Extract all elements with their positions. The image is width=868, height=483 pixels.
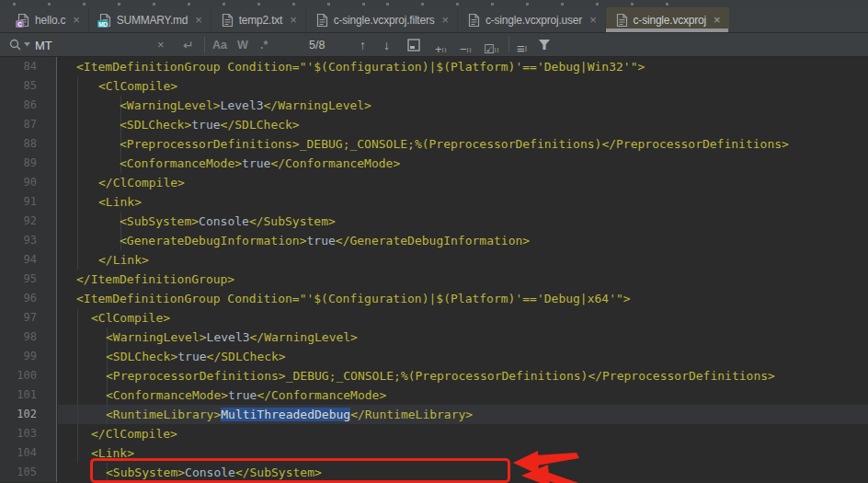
code-text: <PreprocessorDefinitions>_DEBUG;_CONSOLE… bbox=[57, 134, 789, 154]
code-text: <WarningLevel>Level3</WarningLevel> bbox=[57, 328, 358, 347]
code-line-94[interactable]: 94</Link> bbox=[0, 250, 868, 270]
code-line-91[interactable]: 91<Link> bbox=[0, 192, 868, 212]
code-text: <WarningLevel>Level3</WarningLevel> bbox=[57, 96, 371, 115]
tab-c-single.vcxproj[interactable]: c-single.vcxproj× bbox=[606, 7, 730, 32]
clipped-glyph bbox=[188, 3, 190, 6]
code-line-99[interactable]: 99<SDLCheck>true</SDLCheck> bbox=[0, 347, 868, 366]
clipped-title-strip bbox=[0, 0, 868, 7]
code-text: <RuntimeLibrary>MultiThreadedDebug</Runt… bbox=[57, 405, 473, 424]
code-editor[interactable]: 84<ItemDefinitionGroup Condition="'$(Con… bbox=[0, 57, 868, 482]
clipped-glyph bbox=[561, 3, 564, 6]
line-number: 105 bbox=[0, 463, 57, 482]
code-line-85[interactable]: 85<ClCompile> bbox=[0, 76, 868, 96]
close-tab-icon[interactable]: × bbox=[192, 14, 201, 26]
clipped-glyph bbox=[666, 3, 668, 6]
clipped-glyph bbox=[456, 3, 459, 6]
search-input[interactable] bbox=[33, 34, 156, 56]
next-match-icon[interactable]: ↓ bbox=[383, 33, 390, 56]
whole-words-toggle[interactable]: W bbox=[237, 33, 248, 56]
close-tab-icon[interactable]: × bbox=[287, 14, 296, 26]
code-text: <PreprocessorDefinitions>_DEBUG;_CONSOLE… bbox=[57, 366, 775, 385]
text-file-icon bbox=[220, 13, 234, 28]
code-line-96[interactable]: 96<ItemDefinitionGroup Condition="'$(Con… bbox=[0, 289, 868, 308]
line-number: 98 bbox=[0, 328, 57, 347]
code-text: <ItemDefinitionGroup Condition="'$(Confi… bbox=[57, 289, 631, 308]
code-line-98[interactable]: 98<WarningLevel>Level3</WarningLevel> bbox=[0, 328, 868, 347]
code-text: </Link> bbox=[57, 250, 149, 270]
filter-lines-icon[interactable]: ≡I bbox=[517, 33, 527, 56]
code-line-86[interactable]: 86<WarningLevel>Level3</WarningLevel> bbox=[0, 96, 868, 115]
clipped-glyph bbox=[13, 3, 16, 6]
line-number: 101 bbox=[0, 385, 57, 405]
line-number: 103 bbox=[0, 424, 57, 443]
clipped-glyph bbox=[257, 3, 260, 6]
clipped-glyph bbox=[596, 3, 599, 6]
code-line-103[interactable]: 103</ClCompile> bbox=[0, 424, 868, 443]
line-number: 84 bbox=[0, 57, 57, 76]
line-number: 91 bbox=[0, 192, 57, 212]
clipped-glyph bbox=[153, 3, 155, 6]
clipped-glyph bbox=[48, 3, 51, 6]
code-line-88[interactable]: 88<PreprocessorDefinitions>_DEBUG;_CONSO… bbox=[0, 134, 868, 154]
newline-icon[interactable]: ↵ bbox=[183, 33, 194, 56]
code-line-101[interactable]: 101<ConformanceMode>true</ConformanceMod… bbox=[0, 385, 868, 405]
code-line-89[interactable]: 89<ConformanceMode>true</ConformanceMode… bbox=[0, 154, 868, 173]
code-text: <SubSystem>Console</SubSystem> bbox=[57, 212, 336, 231]
code-text: </ClCompile> bbox=[57, 173, 185, 192]
line-number: 104 bbox=[0, 443, 57, 463]
code-text: <SDLCheck>true</SDLCheck> bbox=[57, 347, 286, 366]
match-case-toggle[interactable]: Aa bbox=[212, 33, 227, 56]
code-text: <Link> bbox=[57, 192, 142, 212]
selected-text: MultiThreadedDebug bbox=[221, 408, 350, 421]
line-number: 94 bbox=[0, 250, 57, 270]
tab-hello.c[interactable]: Chello.c× bbox=[7, 7, 89, 32]
close-tab-icon[interactable]: × bbox=[711, 14, 720, 26]
clipped-glyph bbox=[83, 3, 86, 6]
close-tab-icon[interactable]: × bbox=[70, 14, 79, 26]
clear-search-icon[interactable]: × bbox=[157, 33, 165, 56]
tab-c-single.vcxproj.filters[interactable]: c-single.vcxproj.filters× bbox=[306, 7, 458, 32]
code-line-93[interactable]: 93<GenerateDebugInformation>true</Genera… bbox=[0, 231, 868, 250]
clipped-glyph bbox=[526, 3, 529, 6]
close-tab-icon[interactable]: × bbox=[587, 14, 596, 26]
code-line-84[interactable]: 84<ItemDefinitionGroup Condition="'$(Con… bbox=[0, 57, 868, 76]
code-text: </ClCompile> bbox=[57, 424, 177, 443]
clipped-glyph bbox=[327, 3, 330, 6]
regex-toggle[interactable]: .* bbox=[260, 33, 268, 56]
unselect-occurrence-icon[interactable]: −II bbox=[460, 33, 472, 56]
clipped-glyph bbox=[118, 3, 120, 6]
code-line-95[interactable]: 95</ItemDefinitionGroup> bbox=[0, 270, 868, 289]
clipped-glyph bbox=[421, 3, 424, 6]
code-line-87[interactable]: 87<SDLCheck>true</SDLCheck> bbox=[0, 115, 868, 134]
clipped-glyph bbox=[491, 3, 494, 6]
line-number: 102 bbox=[0, 405, 57, 424]
code-line-102[interactable]: 102<RuntimeLibrary>MultiThreadedDebug</R… bbox=[0, 405, 868, 424]
line-number: 100 bbox=[0, 366, 57, 385]
search-icon[interactable] bbox=[8, 33, 30, 56]
code-line-100[interactable]: 100<PreprocessorDefinitions>_DEBUG;_CONS… bbox=[0, 366, 868, 385]
tab-SUMMARY.md[interactable]: MDSUMMARY.md× bbox=[89, 7, 211, 32]
search-in-selection-icon[interactable] bbox=[407, 33, 420, 56]
tab-label: c-single.vcxproj.user bbox=[485, 14, 582, 27]
search-filter-icon[interactable] bbox=[538, 33, 551, 56]
line-number: 93 bbox=[0, 231, 57, 250]
svg-text:C: C bbox=[17, 20, 22, 27]
clipped-glyph bbox=[631, 3, 634, 6]
tab-c-single.vcxproj.user[interactable]: c-single.vcxproj.user× bbox=[458, 7, 606, 32]
code-line-90[interactable]: 90</ClCompile> bbox=[0, 173, 868, 192]
tab-temp2.txt[interactable]: temp2.txt× bbox=[211, 7, 306, 32]
code-line-92[interactable]: 92<SubSystem>Console</SubSystem> bbox=[0, 212, 868, 231]
code-text: <ConformanceMode>true</ConformanceMode> bbox=[57, 385, 386, 405]
divider bbox=[508, 37, 509, 52]
code-text: <SDLCheck>true</SDLCheck> bbox=[57, 115, 300, 134]
previous-match-icon[interactable]: ↑ bbox=[360, 33, 366, 56]
tab-label: c-single.vcxproj.filters bbox=[334, 14, 435, 27]
divider bbox=[204, 37, 205, 52]
svg-text:MD: MD bbox=[98, 20, 108, 27]
code-text: <ClCompile> bbox=[57, 76, 177, 96]
search-results-count: 5/8 bbox=[309, 33, 325, 56]
select-all-occurrences-icon[interactable]: ☑II bbox=[484, 33, 500, 56]
code-line-97[interactable]: 97<ClCompile> bbox=[0, 308, 868, 328]
close-tab-icon[interactable]: × bbox=[440, 14, 449, 26]
add-occurrence-icon[interactable]: +II bbox=[435, 33, 447, 56]
